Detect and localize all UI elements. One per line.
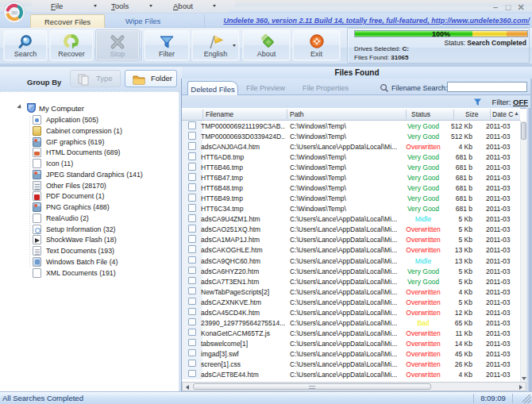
svg-text:360: 360 xyxy=(11,11,17,15)
